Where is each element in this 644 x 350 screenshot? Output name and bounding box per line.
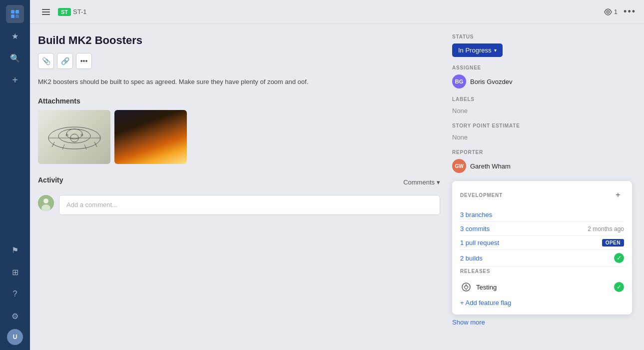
attachment-2[interactable] — [114, 110, 187, 164]
release-check-icon: ✓ — [614, 282, 624, 292]
assignee-section: ASSIGNEE BG Boris Gvozdev — [452, 65, 632, 88]
issue-sidebar: STATUS In Progress ▾ ASSIGNEE BG Boris G… — [452, 34, 632, 340]
project-tag: ST — [58, 8, 71, 16]
status-button[interactable]: In Progress ▾ — [452, 44, 503, 57]
comment-placeholder: Add a comment... — [66, 201, 117, 208]
issue-title: Build MK2 Boosters — [38, 34, 440, 47]
activity-section: Activity Comments ▾ — [38, 176, 440, 215]
chevron-down-icon: ▾ — [437, 178, 440, 186]
reporter-row: GW Gareth Wham — [452, 159, 632, 173]
assignee-avatar: BG — [452, 74, 466, 88]
help-icon[interactable]: ? — [6, 285, 24, 303]
story-points-value: None — [452, 134, 468, 141]
main-content: ST ST-1 1 ••• Build MK2 Boosters 📎 🔗 ••• — [30, 0, 644, 350]
current-user-avatar — [38, 195, 54, 211]
commits-link[interactable]: 3 commits — [460, 225, 490, 232]
svg-line-14 — [94, 142, 97, 147]
dev-add-button[interactable]: + — [612, 189, 624, 201]
flag-icon[interactable]: ⚑ — [6, 241, 24, 259]
commits-meta: 2 months ago — [588, 226, 624, 232]
comment-input[interactable]: Add a comment... — [59, 195, 440, 215]
link-button[interactable]: 🔗 — [57, 53, 73, 69]
svg-point-7 — [607, 10, 609, 13]
pull-request-link[interactable]: 1 pull request — [460, 239, 499, 246]
menu-button[interactable] — [38, 4, 54, 20]
left-nav: ★ 🔍 + ⚑ ⊞ ? ⚙ U — [0, 0, 30, 350]
story-points-label: STORY POINT ESTIMATE — [452, 123, 632, 128]
more-button[interactable]: ••• — [624, 6, 636, 17]
release-item-left: Testing — [460, 281, 497, 293]
status-section: STATUS In Progress ▾ — [452, 34, 632, 57]
attachments-label: Attachments — [38, 97, 440, 105]
search-icon[interactable]: 🔍 — [6, 49, 24, 67]
spaceship-image — [38, 110, 110, 164]
show-more-link[interactable]: Show more — [452, 318, 632, 326]
development-panel: DEVELOPMENT + 3 branches 3 commits 2 mon… — [452, 181, 632, 314]
svg-rect-3 — [15, 14, 19, 18]
reporter-avatar: GW — [452, 159, 466, 173]
builds-check-icon: ✓ — [614, 253, 624, 263]
logo-icon[interactable] — [6, 5, 24, 23]
star-icon[interactable]: ★ — [6, 27, 24, 45]
labels-label: LABELS — [452, 96, 632, 102]
attachment-button[interactable]: 📎 — [38, 53, 54, 69]
dev-panel-header: DEVELOPMENT + — [460, 189, 624, 201]
watch-button[interactable]: 1 — [604, 8, 618, 16]
toolbar: 📎 🔗 ••• — [38, 53, 440, 69]
attachment-1[interactable] — [38, 110, 110, 164]
grid-icon[interactable]: ⊞ — [6, 263, 24, 281]
svg-point-9 — [58, 129, 90, 143]
svg-line-15 — [62, 144, 64, 150]
branches-link[interactable]: 3 branches — [460, 211, 492, 218]
explosion-image — [114, 110, 187, 164]
add-flag-button[interactable]: + Add feature flag — [460, 299, 624, 306]
reporter-name: Gareth Wham — [470, 162, 511, 170]
svg-rect-5 — [42, 12, 50, 12]
svg-rect-6 — [42, 14, 50, 15]
assignee-name: Boris Gvozdev — [470, 78, 513, 86]
issue-description: MK2 boosters should be built to spec as … — [38, 77, 440, 87]
svg-rect-0 — [11, 10, 14, 14]
svg-rect-2 — [11, 14, 14, 18]
assignee-label: ASSIGNEE — [452, 65, 632, 70]
chevron-down-icon: ▾ — [494, 48, 497, 53]
development-title: DEVELOPMENT — [460, 192, 503, 198]
reporter-label: REPORTER — [452, 150, 632, 155]
page-body: Build MK2 Boosters 📎 🔗 ••• MK2 boosters … — [30, 24, 644, 350]
svg-rect-1 — [15, 10, 19, 14]
story-points-section: STORY POINT ESTIMATE None — [452, 123, 632, 142]
issue-id: ST-1 — [73, 8, 86, 16]
activity-header: Activity Comments ▾ — [38, 176, 440, 189]
comments-dropdown[interactable]: Comments ▾ — [403, 178, 440, 186]
top-bar: ST ST-1 1 ••• — [30, 0, 644, 24]
comment-input-row: Add a comment... — [38, 195, 440, 215]
release-item: Testing ✓ — [460, 279, 624, 295]
releases-section: RELEASES Testing — [460, 268, 624, 306]
status-value: In Progress — [458, 46, 491, 54]
svg-line-13 — [52, 142, 54, 147]
comments-filter-label: Comments — [403, 178, 435, 186]
svg-rect-4 — [42, 9, 50, 10]
top-bar-actions: 1 ••• — [604, 6, 636, 17]
builds-item: 2 builds ✓ — [460, 250, 624, 266]
settings-icon[interactable]: ⚙ — [6, 307, 24, 325]
watch-count: 1 — [614, 8, 618, 16]
builds-link[interactable]: 2 builds — [460, 254, 483, 262]
issue-main: Build MK2 Boosters 📎 🔗 ••• MK2 boosters … — [38, 34, 440, 340]
releases-label: RELEASES — [460, 268, 624, 274]
release-icon — [460, 281, 472, 293]
branches-item: 3 branches — [460, 208, 624, 222]
more-format-button[interactable]: ••• — [76, 53, 92, 69]
pull-request-item: 1 pull request OPEN — [460, 236, 624, 250]
add-icon[interactable]: + — [6, 71, 24, 89]
release-name: Testing — [476, 284, 497, 291]
user-avatar[interactable]: U — [7, 329, 23, 345]
commits-item: 3 commits 2 months ago — [460, 222, 624, 236]
reporter-section: REPORTER GW Gareth Wham — [452, 150, 632, 173]
attachments-section: Attachments — [38, 97, 440, 164]
breadcrumb: ST ST-1 — [58, 8, 87, 16]
svg-point-20 — [43, 198, 48, 204]
add-flag-label: + Add feature flag — [460, 299, 511, 306]
attachments-grid — [38, 110, 440, 164]
labels-value: None — [452, 107, 468, 114]
